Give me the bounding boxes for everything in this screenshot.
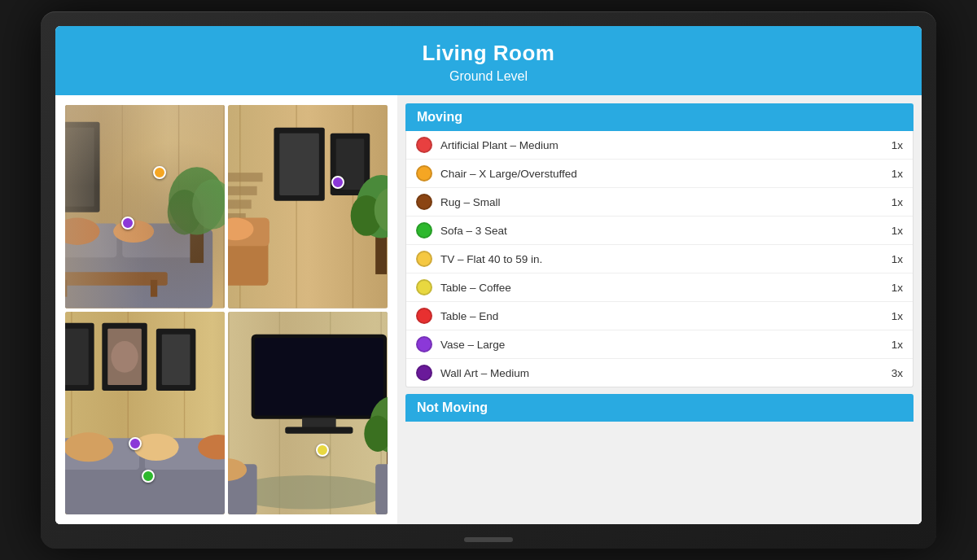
svg-point-14 (169, 167, 225, 234)
svg-rect-6 (65, 122, 100, 212)
dot-marker-orange (153, 166, 166, 179)
svg-rect-65 (255, 337, 383, 415)
svg-rect-52 (162, 334, 191, 384)
svg-rect-28 (228, 199, 252, 208)
svg-point-16 (192, 179, 225, 229)
item-name: TV – Flat 40 to 59 in. (440, 253, 885, 265)
list-item: Sofa – 3 Seat 1x (406, 217, 913, 245)
svg-rect-13 (190, 207, 204, 263)
svg-rect-34 (375, 218, 387, 274)
svg-rect-49 (107, 328, 142, 384)
list-item: Wall Art – Medium 3x (406, 359, 913, 387)
item-qty: 1x (892, 196, 903, 208)
svg-rect-41 (65, 312, 225, 515)
item-name: Sofa – 3 Seat (440, 225, 885, 237)
item-name: Chair – X Large/Overstuffed (440, 168, 885, 180)
item-dot-red2 (416, 308, 432, 324)
svg-point-69 (370, 396, 388, 452)
svg-point-15 (168, 190, 202, 234)
page-header: Living Room Ground Level (55, 26, 922, 95)
svg-rect-73 (228, 464, 257, 514)
svg-rect-59 (228, 312, 388, 515)
list-item: Table – End 1x (406, 302, 913, 330)
svg-rect-74 (375, 464, 388, 514)
svg-rect-7 (65, 128, 94, 207)
svg-point-35 (357, 175, 388, 238)
item-qty: 1x (892, 168, 903, 180)
dot-marker-purple (121, 217, 134, 230)
svg-rect-0 (65, 105, 225, 308)
laptop-frame: Living Room Ground Level (41, 11, 936, 549)
svg-point-58 (198, 435, 225, 459)
svg-rect-67 (285, 427, 353, 433)
svg-rect-9 (65, 224, 116, 258)
list-item: Chair – X Large/Overstuffed 1x (406, 160, 913, 188)
photo-3[interactable] (65, 312, 225, 515)
item-name: Table – End (440, 310, 885, 322)
svg-rect-17 (65, 272, 168, 286)
svg-rect-8 (65, 229, 212, 308)
item-dot-yellow (416, 279, 432, 295)
item-qty: 1x (892, 225, 903, 237)
item-dot-red (416, 137, 432, 153)
svg-point-37 (375, 187, 388, 232)
item-dot-light-orange (416, 251, 432, 267)
list-item: TV – Flat 40 to 59 in. 1x (406, 245, 913, 273)
item-name: Vase – Large (440, 339, 885, 351)
item-name: Wall Art – Medium (440, 367, 885, 379)
svg-rect-18 (65, 280, 67, 297)
moving-section-header: Moving (405, 103, 913, 131)
list-item: Table – Coffee 1x (406, 273, 913, 302)
svg-rect-21 (228, 105, 388, 308)
item-name: Rug – Small (440, 196, 885, 208)
page-subtitle: Ground Level (55, 69, 922, 84)
photo-grid (55, 95, 397, 524)
not-moving-section-header: Not Moving (405, 394, 913, 422)
item-name: Table – Coffee (440, 282, 885, 294)
svg-rect-26 (228, 173, 263, 182)
item-qty: 1x (892, 139, 903, 151)
svg-rect-68 (387, 435, 388, 492)
item-qty: 1x (892, 282, 903, 294)
photo-4[interactable] (228, 312, 388, 515)
svg-rect-19 (151, 280, 157, 297)
list-item: Rug – Small 1x (406, 188, 913, 217)
svg-point-40 (228, 218, 253, 241)
svg-rect-39 (228, 218, 269, 247)
svg-rect-47 (65, 328, 89, 384)
svg-rect-20 (228, 105, 388, 308)
right-panel[interactable]: Moving Artificial Plant – Medium 1x Chai… (397, 95, 922, 524)
svg-rect-29 (228, 213, 246, 222)
svg-rect-30 (274, 128, 324, 201)
dot-marker-green (142, 470, 155, 483)
svg-point-36 (351, 195, 383, 236)
item-qty: 1x (892, 339, 903, 351)
svg-rect-48 (102, 322, 147, 390)
item-dot-brown (416, 194, 432, 210)
photo-1[interactable] (65, 105, 225, 308)
laptop-screen: Living Room Ground Level (55, 26, 922, 524)
moving-items-list: Artificial Plant – Medium 1x Chair – X L… (405, 131, 913, 387)
item-name: Artificial Plant – Medium (440, 139, 885, 151)
svg-rect-51 (156, 328, 196, 390)
dot-marker-purple-3 (129, 437, 142, 450)
item-dot-green (416, 222, 432, 238)
dot-marker-yellow (316, 444, 329, 457)
svg-point-50 (111, 341, 138, 373)
photo-2[interactable] (228, 105, 388, 308)
svg-rect-38 (228, 229, 268, 285)
svg-rect-27 (228, 186, 257, 195)
svg-rect-10 (122, 224, 201, 258)
svg-point-11 (65, 218, 100, 245)
svg-rect-66 (302, 418, 336, 429)
main-content: Moving Artificial Plant – Medium 1x Chai… (55, 95, 922, 524)
svg-rect-55 (145, 438, 225, 470)
svg-rect-31 (279, 133, 319, 195)
svg-rect-46 (65, 322, 94, 390)
item-qty: 3x (892, 367, 903, 379)
dot-marker-purple-2 (331, 176, 344, 189)
page-title: Living Room (55, 41, 922, 66)
list-item: Vase – Large 1x (406, 330, 913, 359)
item-qty: 1x (892, 310, 903, 322)
svg-point-72 (229, 475, 387, 509)
